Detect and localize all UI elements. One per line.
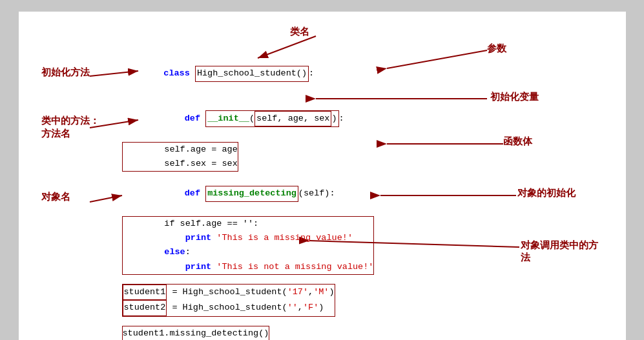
label-class-name: 类名: [290, 26, 309, 38]
label-class-method: 类中的方法： 方法名: [41, 115, 99, 140]
student2-box: student2: [123, 300, 167, 315]
init-box: __init__(self, age, sex): [205, 110, 338, 127]
code-line-7: print 'This is a missing value!': [123, 231, 374, 245]
diagram: 类名 参数 初始化变量 初始化方法 类中的方法： 方法名 函数体 对象名 对象的…: [38, 25, 607, 328]
code-line-11: student2 = High_school_student('','F'): [123, 300, 335, 315]
code-line-4: self.sex = sex: [123, 157, 238, 171]
main-container: 类名 参数 初始化变量 初始化方法 类中的方法： 方法名 函数体 对象名 对象的…: [19, 12, 626, 340]
spacer2: [122, 317, 375, 326]
code-line-6: if self.age == '':: [123, 217, 374, 231]
code-area: class High_school_student(): def __init_…: [122, 52, 375, 340]
label-init-var: 初始化变量: [490, 91, 539, 103]
label-obj-init: 对象的初始化: [517, 187, 576, 199]
code-line-10: student1 = High_school_student('17','M'): [123, 285, 335, 300]
label-obj-call: 对象调用类中的方法: [521, 239, 607, 264]
func-body-box: if self.age == '': print 'This is a miss…: [122, 216, 375, 275]
svg-line-8: [90, 195, 122, 202]
label-init-method: 初始化方法: [41, 66, 90, 79]
student1-box: student1: [123, 285, 167, 300]
method-calls-box: student1.missing_detecting() student2.mi…: [122, 326, 270, 340]
method-name-box: missing_detecting: [205, 186, 298, 201]
svg-line-3: [387, 50, 487, 68]
label-func-body: 函数体: [503, 135, 532, 148]
spacer1: [122, 275, 375, 284]
instantiation-box: student1 = High_school_student('17','M')…: [122, 284, 335, 317]
label-object-name: 对象名: [41, 191, 70, 203]
code-line-12: student1.missing_detecting(): [123, 326, 269, 340]
code-line-9: print 'This is not a missing value!': [123, 260, 374, 274]
code-line-5: def missing_detecting(self):: [122, 172, 375, 216]
params-box: self, age, sex: [254, 111, 331, 126]
code-line-2: def __init__(self, age, sex):: [122, 96, 375, 142]
code-line-8: else:: [123, 245, 374, 259]
kw-class: class: [163, 68, 195, 78]
code-line-3: self.age = age: [123, 143, 238, 157]
code-line-1: class High_school_student():: [122, 52, 375, 96]
self-vars-box: self.age = age self.sex = sex: [122, 142, 238, 172]
label-param: 参数: [487, 43, 506, 55]
class-name-box: High_school_student(): [195, 66, 309, 81]
